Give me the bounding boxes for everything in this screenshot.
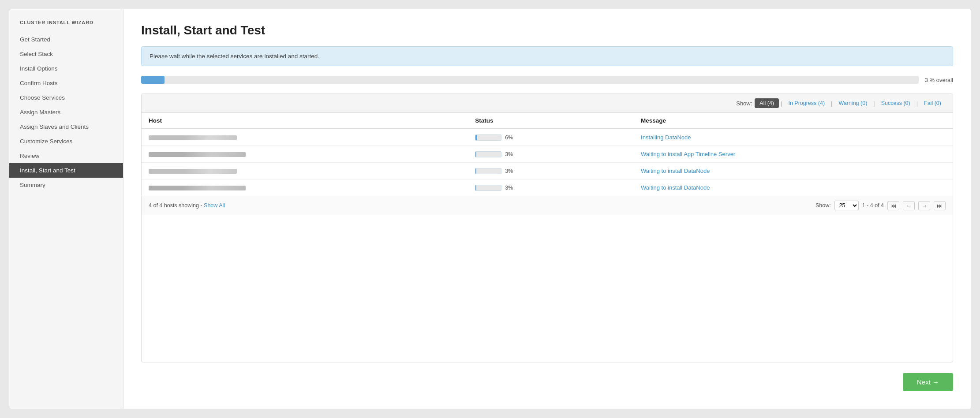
host-cell: [142, 129, 468, 146]
action-bar: Next →: [141, 362, 953, 391]
filter-btn-fail[interactable]: Fail (0): [920, 99, 946, 108]
status-pct-label: 3%: [505, 185, 517, 191]
table-footer: 4 of 4 hosts showing - Show All Show: 25…: [142, 196, 953, 215]
table-row: 3%Waiting to install DataNode: [142, 163, 953, 179]
status-cell: 3%: [468, 179, 634, 196]
col-host: Host: [142, 113, 468, 129]
status-pct-label: 3%: [505, 151, 517, 157]
host-name-blurred: [149, 169, 237, 174]
filter-show-label: Show:: [736, 100, 752, 107]
overall-progress-fill: [141, 76, 165, 84]
next-button[interactable]: Next →: [903, 373, 953, 391]
last-page-button[interactable]: ⏭: [934, 201, 946, 210]
host-cell: [142, 163, 468, 179]
host-name-blurred: [149, 135, 237, 140]
host-cell: [142, 179, 468, 196]
status-pct-label: 3%: [505, 168, 517, 174]
status-cell: 6%: [468, 129, 634, 146]
message-link[interactable]: Waiting to install App Timeline Server: [641, 151, 735, 157]
page-title: Install, Start and Test: [141, 23, 953, 37]
hosts-showing-text: 4 of 4 hosts showing - Show All: [149, 202, 225, 209]
host-cell: [142, 146, 468, 163]
overall-progress-bar: [141, 76, 919, 84]
mini-progress-fill: [475, 135, 477, 140]
hosts-table-container: Show: All (4)|In Progress (4)|Warning (0…: [141, 93, 953, 362]
mini-progress-bar: [475, 134, 501, 141]
progress-row: 3 % overall: [141, 76, 953, 84]
status-cell: 3%: [468, 163, 634, 179]
main-content: Install, Start and Test Please wait whil…: [123, 9, 971, 409]
mini-progress-fill: [475, 168, 476, 174]
host-name-blurred: [149, 186, 246, 190]
sidebar-title: CLUSTER INSTALL WIZARD: [9, 20, 123, 32]
sidebar-item-install-start-test[interactable]: Install, Start and Test: [9, 163, 123, 178]
col-status: Status: [468, 113, 634, 129]
sidebar-item-assign-slaves-clients[interactable]: Assign Slaves and Clients: [9, 119, 123, 134]
mini-progress-bar: [475, 151, 501, 157]
show-label: Show:: [815, 202, 831, 209]
table-row: 3%Waiting to install App Timeline Server: [142, 146, 953, 163]
sidebar-item-confirm-hosts[interactable]: Confirm Hosts: [9, 76, 123, 90]
filter-btn-warning[interactable]: Warning (0): [834, 99, 872, 108]
status-cell: 3%: [468, 146, 634, 163]
filter-btn-in-progress[interactable]: In Progress (4): [784, 99, 829, 108]
table-row: 6%Installing DataNode: [142, 129, 953, 146]
page-info: 1 - 4 of 4: [862, 202, 884, 209]
sidebar-item-get-started[interactable]: Get Started: [9, 32, 123, 47]
next-page-button[interactable]: →: [918, 201, 930, 210]
col-message: Message: [634, 113, 953, 129]
mini-progress-bar: [475, 185, 501, 191]
message-cell: Waiting to install DataNode: [634, 179, 953, 196]
hosts-table: Host Status Message 6%Installing DataNod…: [142, 113, 953, 196]
message-cell: Installing DataNode: [634, 129, 953, 146]
show-all-link[interactable]: Show All: [204, 202, 225, 209]
pagination-controls: Show: 2550100 1 - 4 of 4 ⏮ ← → ⏭: [815, 201, 946, 210]
mini-progress-fill: [475, 185, 476, 190]
filter-btn-success[interactable]: Success (0): [877, 99, 915, 108]
sidebar-item-customize-services[interactable]: Customize Services: [9, 134, 123, 149]
first-page-button[interactable]: ⏮: [887, 201, 899, 210]
show-count-select[interactable]: 2550100: [834, 201, 859, 210]
filter-btn-all[interactable]: All (4): [755, 98, 779, 108]
message-link[interactable]: Installing DataNode: [641, 134, 691, 141]
status-pct-label: 6%: [505, 134, 517, 141]
sidebar: CLUSTER INSTALL WIZARD Get StartedSelect…: [9, 9, 123, 409]
info-banner: Please wait while the selected services …: [141, 46, 953, 66]
message-link[interactable]: Waiting to install DataNode: [641, 184, 710, 191]
prev-page-button[interactable]: ←: [903, 201, 915, 210]
sidebar-item-choose-services[interactable]: Choose Services: [9, 90, 123, 105]
filter-bar: Show: All (4)|In Progress (4)|Warning (0…: [142, 94, 953, 113]
mini-progress-fill: [475, 152, 476, 157]
sidebar-item-assign-masters[interactable]: Assign Masters: [9, 105, 123, 119]
sidebar-item-summary[interactable]: Summary: [9, 178, 123, 192]
mini-progress-bar: [475, 168, 501, 174]
message-link[interactable]: Waiting to install DataNode: [641, 168, 710, 174]
sidebar-item-install-options[interactable]: Install Options: [9, 61, 123, 76]
progress-label: 3 % overall: [925, 77, 953, 83]
message-cell: Waiting to install DataNode: [634, 163, 953, 179]
message-cell: Waiting to install App Timeline Server: [634, 146, 953, 163]
table-row: 3%Waiting to install DataNode: [142, 179, 953, 196]
sidebar-item-select-stack[interactable]: Select Stack: [9, 47, 123, 61]
sidebar-item-review[interactable]: Review: [9, 149, 123, 163]
host-name-blurred: [149, 152, 246, 157]
